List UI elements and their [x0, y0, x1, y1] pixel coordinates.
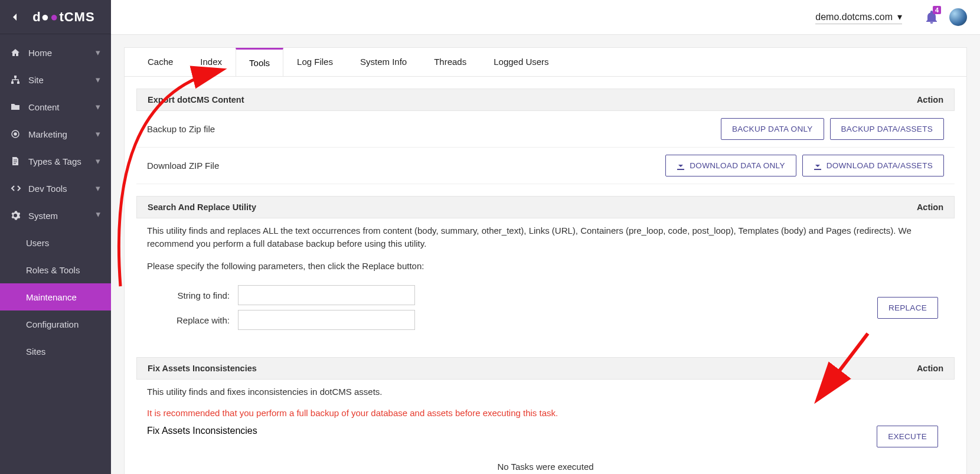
tab-loggedusers[interactable]: Logged Users [480, 48, 562, 76]
tab-label: Tools [249, 58, 270, 68]
notification-badge: 4 [933, 6, 941, 14]
submenu-label: Roles & Tools [26, 265, 80, 275]
button-label: REPLACE [888, 303, 927, 312]
tab-tools[interactable]: Tools [236, 48, 283, 76]
notifications-button[interactable]: 4 [926, 11, 937, 24]
export-section: Export dotCMS Content Action Backup to Z… [136, 89, 955, 184]
tab-label: Threads [434, 57, 466, 67]
download-icon [677, 162, 685, 170]
nav-marketing[interactable]: Marketing ▾ [0, 120, 111, 148]
fix-description: This utility finds and fixes inconsisten… [136, 380, 955, 398]
submenu-label: Users [26, 238, 49, 248]
backup-data-assets-button[interactable]: BACKUP DATA/ASSETS [830, 118, 944, 140]
nav-label: Content [28, 102, 60, 112]
replace-description: This utility finds and replaces ALL the … [136, 218, 955, 250]
download-data-assets-button[interactable]: DOWNLOAD DATA/ASSETS [802, 155, 944, 176]
code-icon [11, 184, 24, 193]
home-icon [11, 48, 24, 57]
folder-icon [11, 102, 24, 112]
fix-form: Fix Assets Inconsistencies EXECUTE [136, 420, 955, 458]
backup-data-only-button[interactable]: BACKUP DATA ONLY [721, 118, 824, 140]
replace-with-input[interactable] [238, 310, 415, 330]
button-label: BACKUP DATA ONLY [732, 125, 813, 133]
submenu-users[interactable]: Users [0, 229, 111, 256]
string-to-find-input[interactable] [238, 285, 415, 305]
submenu-label: Sites [26, 346, 45, 357]
chevron-down-icon: ▾ [96, 156, 100, 166]
back-arrow-icon[interactable] [7, 9, 24, 25]
nav: Home ▾ Site ▾ Content ▾ Marketing ▾ Type… [0, 34, 111, 365]
svg-rect-0 [14, 76, 17, 78]
nav-label: Home [28, 48, 52, 58]
submenu-label: Maintenance [26, 292, 77, 302]
tab-label: Logged Users [494, 57, 548, 67]
nav-home[interactable]: Home ▾ [0, 39, 111, 66]
button-label: BACKUP DATA/ASSETS [841, 125, 933, 133]
section-header: Fix Assets Inconsistencies Action [136, 357, 955, 380]
file-icon [11, 156, 24, 166]
form-row-find: String to find: [147, 285, 871, 305]
chevron-down-icon: ▾ [96, 129, 100, 139]
target-icon [11, 129, 24, 139]
nav-label: Marketing [28, 129, 67, 139]
main-content: Cache Index Tools Log Files System Info … [111, 34, 980, 474]
sidebar-header: d●●tCMS [0, 0, 111, 34]
export-row-download: Download ZIP File DOWNLOAD DATA ONLY DOW… [136, 148, 955, 184]
submenu-label: Configuration [26, 319, 79, 329]
svg-point-4 [14, 133, 17, 135]
chevron-down-icon: ▾ [96, 74, 100, 85]
download-data-only-button[interactable]: DOWNLOAD DATA ONLY [665, 155, 796, 176]
chevron-down-icon: ▾ [96, 183, 100, 194]
logo: d●●tCMS [24, 9, 104, 25]
section-action-header: Action [917, 202, 943, 212]
submenu-maintenance[interactable]: Maintenance [0, 283, 111, 310]
export-row-backup: Backup to Zip file BACKUP DATA ONLY BACK… [136, 111, 955, 148]
chevron-down-icon: ▾ [96, 102, 100, 112]
tab-label: Index [200, 57, 222, 67]
row-label: Fix Assets Inconsistencies [147, 426, 257, 436]
svg-rect-2 [17, 81, 19, 84]
system-submenu: Users Roles & Tools Maintenance Configur… [0, 229, 111, 365]
section-title: Export dotCMS Content [148, 95, 244, 104]
tab-bar: Cache Index Tools Log Files System Info … [125, 48, 966, 77]
chevron-down-icon: ▾ [897, 11, 902, 22]
tab-index[interactable]: Index [187, 48, 236, 76]
submenu-roles[interactable]: Roles & Tools [0, 256, 111, 283]
tab-systeminfo[interactable]: System Info [347, 48, 420, 76]
tab-cache[interactable]: Cache [134, 48, 187, 76]
section-header: Export dotCMS Content Action [136, 89, 955, 111]
row-label: Download ZIP File [147, 161, 659, 171]
field-label: Replace with: [147, 315, 230, 325]
site-selector[interactable]: demo.dotcms.com ▾ [815, 10, 902, 24]
nav-site[interactable]: Site ▾ [0, 66, 111, 93]
tab-logfiles[interactable]: Log Files [283, 48, 347, 76]
form-fields: String to find: Replace with: [147, 280, 871, 335]
section-action-header: Action [917, 95, 943, 104]
execute-button[interactable]: EXECUTE [877, 426, 938, 447]
gear-icon [11, 211, 24, 220]
nav-devtools[interactable]: Dev Tools ▾ [0, 175, 111, 202]
nav-label: Dev Tools [28, 184, 67, 194]
field-label: String to find: [147, 290, 230, 300]
tab-threads[interactable]: Threads [420, 48, 480, 76]
replace-section: Search And Replace Utility Action This u… [136, 196, 955, 345]
tab-label: System Info [360, 57, 407, 67]
tab-label: Cache [148, 57, 173, 67]
row-label: Backup to Zip file [147, 124, 715, 134]
chevron-up-icon: ▴ [96, 210, 100, 221]
user-avatar[interactable] [949, 8, 967, 26]
submenu-configuration[interactable]: Configuration [0, 310, 111, 338]
submenu-sites[interactable]: Sites [0, 338, 111, 365]
replace-button[interactable]: REPLACE [877, 297, 938, 319]
fix-actions: EXECUTE [871, 426, 944, 447]
nav-content[interactable]: Content ▾ [0, 93, 111, 120]
sitemap-icon [11, 75, 24, 84]
nav-types[interactable]: Types & Tags ▾ [0, 148, 111, 175]
button-label: EXECUTE [888, 432, 927, 441]
nav-system[interactable]: System ▴ [0, 202, 111, 229]
button-label: DOWNLOAD DATA ONLY [690, 161, 785, 170]
nav-label: Site [28, 75, 44, 85]
replace-form: String to find: Replace with: REPLACE [136, 272, 955, 345]
download-icon [814, 162, 822, 170]
maintenance-card: Cache Index Tools Log Files System Info … [124, 47, 967, 474]
